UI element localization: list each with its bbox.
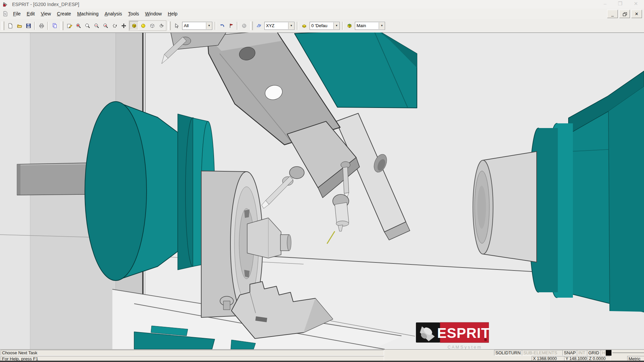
copy-button[interactable] — [50, 21, 59, 30]
select-arrow-icon — [174, 23, 179, 28]
toolbar-grip[interactable] — [168, 21, 171, 30]
toolbarset-value: Main — [355, 23, 379, 28]
prompt-message: Choose Next Task — [1, 350, 384, 356]
redraw-icon — [67, 23, 72, 28]
layers-button[interactable] — [300, 21, 309, 30]
pan-icon — [121, 23, 126, 28]
window-bottom-edge — [0, 361, 644, 362]
print-button[interactable] — [37, 21, 46, 30]
shaded-sphere-icon — [141, 23, 146, 28]
simulation-button[interactable] — [239, 21, 249, 30]
zoom-icon — [85, 23, 90, 28]
toolbar-separator — [34, 22, 36, 30]
document-icon — [3, 11, 8, 16]
toggle-int[interactable]: INT — [577, 350, 588, 356]
shaded-cube-icon — [131, 23, 137, 28]
graphics-viewport[interactable]: ESPRIT C A M S y s t e m — [0, 33, 644, 349]
chevron-down-icon[interactable]: ▼ — [379, 22, 385, 29]
machine-scene: ESPRIT C A M S y s t e m — [0, 33, 644, 349]
toolbarset-button[interactable] — [345, 21, 354, 30]
menu-help[interactable]: Help — [165, 10, 180, 18]
selection-filter-value: All — [182, 23, 206, 28]
select-button[interactable] — [172, 21, 181, 30]
menu-view[interactable]: View — [38, 10, 54, 18]
app-icon — [3, 1, 9, 7]
menu-machining[interactable]: Machining — [74, 10, 102, 18]
wireframe-view-button[interactable] — [148, 21, 157, 30]
bar-stock — [17, 163, 87, 195]
save-icon — [26, 23, 31, 28]
zoom-button[interactable] — [83, 21, 92, 30]
progress-block — [606, 350, 611, 356]
mdi-minimize-button[interactable]: _ — [607, 10, 618, 18]
workplane-icon — [256, 23, 262, 28]
menu-tools[interactable]: Tools — [125, 10, 142, 18]
window-minimize-button[interactable]: – — [604, 1, 606, 7]
chevron-down-icon[interactable]: ▼ — [206, 22, 212, 29]
menu-edit[interactable]: Edit — [24, 10, 38, 18]
translucent-view-button[interactable] — [157, 21, 166, 30]
redraw-button[interactable] — [65, 21, 74, 30]
menu-window[interactable]: Window — [142, 10, 165, 18]
toolbarset-combo[interactable]: Main ▼ — [355, 22, 385, 30]
layer-combo[interactable]: 0 'Defau ▼ — [310, 22, 340, 30]
chevron-down-icon[interactable]: ▼ — [333, 22, 339, 29]
workplane-button[interactable] — [254, 21, 263, 30]
menu-create[interactable]: Create — [54, 10, 74, 18]
logo-text: ESPRIT — [437, 325, 490, 341]
toolbar-grip[interactable] — [250, 21, 253, 30]
toggle-snap[interactable]: SNAP — [562, 350, 578, 356]
flag-icon — [228, 23, 234, 28]
shaded-view-button[interactable] — [129, 21, 139, 30]
selection-filter-combo[interactable]: All ▼ — [182, 22, 212, 30]
workplane-combo[interactable]: XYZ ▼ — [264, 22, 294, 30]
logo-subtext: C A M S y s t e m — [447, 345, 481, 349]
zoom-out-button[interactable] — [92, 21, 101, 30]
zoom-window-button[interactable] — [101, 21, 110, 30]
copy-icon — [52, 23, 57, 28]
undo-icon — [219, 23, 225, 28]
undo-button[interactable] — [217, 21, 226, 30]
open-button[interactable] — [15, 21, 24, 30]
window-restore-button[interactable]: ❐ — [618, 1, 622, 7]
pan-button[interactable] — [119, 21, 128, 30]
mdi-close-button[interactable]: ✕ — [631, 10, 642, 18]
progress-line — [612, 353, 644, 353]
layer-value: 0 'Defau — [310, 23, 333, 28]
toggle-grid[interactable]: GRID — [587, 350, 602, 356]
window-title: ESPRIT - [G200 Index_DP.ESP] — [12, 2, 79, 7]
toggle-solidturn[interactable]: SOLIDTURN — [494, 350, 523, 356]
toolbar-separator — [342, 22, 343, 30]
axes-cube-icon — [159, 23, 164, 28]
status-bar: Choose Next Task SOLIDTURN SUB-ELEMENTS … — [0, 349, 644, 362]
sphere-gray-icon — [241, 23, 247, 28]
save-button[interactable] — [24, 21, 33, 30]
toggle-sub-elements[interactable]: SUB-ELEMENTS — [522, 350, 564, 356]
toolbar-separator — [237, 22, 238, 30]
restore-icon — [623, 12, 627, 16]
chevron-down-icon[interactable]: ▼ — [288, 22, 294, 29]
smooth-shade-button[interactable] — [139, 21, 148, 30]
toolbar-separator — [47, 22, 49, 30]
menu-bar: File Edit View Create Machining Analysis… — [0, 9, 644, 19]
toolbar: All ▼ XYZ ▼ 0 'Defau ▼ — [0, 19, 644, 33]
new-button[interactable] — [6, 21, 15, 30]
zoom-window-icon — [103, 23, 108, 28]
toolbar-separator — [297, 22, 298, 30]
toolbarset-icon — [347, 23, 352, 28]
toolbar-grip[interactable] — [61, 21, 63, 30]
flag-button[interactable] — [226, 21, 235, 30]
zoom-out-icon — [94, 23, 99, 28]
new-icon — [8, 23, 13, 28]
zoom-fit-button[interactable] — [74, 21, 83, 30]
rotate-view-icon — [112, 23, 117, 28]
open-icon — [17, 23, 22, 28]
toolbar-grip[interactable] — [2, 21, 4, 30]
layers-icon — [302, 23, 307, 28]
toolbar-separator — [215, 22, 216, 30]
menu-file[interactable]: File — [10, 10, 24, 18]
mdi-restore-button[interactable] — [619, 10, 630, 18]
menu-analysis[interactable]: Analysis — [102, 10, 125, 18]
rotate-view-button[interactable] — [110, 21, 119, 30]
window-close-button[interactable]: ✕ — [634, 1, 638, 7]
